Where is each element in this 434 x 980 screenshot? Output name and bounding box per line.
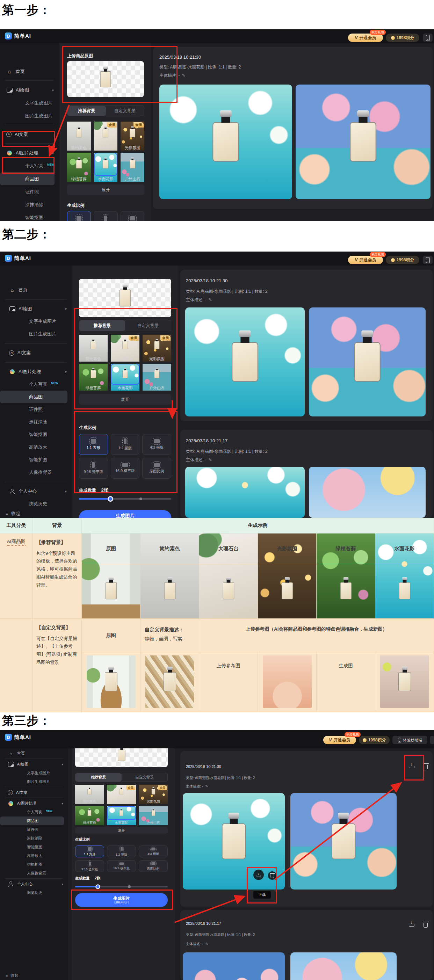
sidebar-item[interactable]: 人像换背景 [0,466,72,479]
background-option[interactable]: 简约素色 [75,785,104,804]
ratio-option[interactable]: 9:16 竖窄版 [75,860,104,872]
sidebar-item[interactable]: 智能抠图 [0,843,68,851]
ratio-option[interactable]: 4:3 横版 [139,845,168,858]
sidebar-item[interactable]: 图片生成图片 [0,777,68,786]
app-logo[interactable]: D 简单AI [5,734,31,741]
background-option[interactable]: 会员 大理石台 [94,122,118,151]
count-slider[interactable] [75,884,168,889]
sidebar-item[interactable]: AI图片处理 ▾ [0,366,72,378]
app-logo[interactable]: D 简单AI [5,32,31,40]
collapse-button[interactable]: ≡ 收起 [0,972,68,979]
ratio-option[interactable]: 1:1 方形 [75,845,104,858]
sidebar-item[interactable]: 文字生成图片 [0,315,72,328]
collapse-button[interactable]: ≡ 收起 [0,510,72,517]
sidebar-item[interactable]: 个人中心 ▾ [0,485,72,498]
background-option[interactable]: 会员 光影氛围 [139,785,168,804]
sidebar-item[interactable]: 商品图 [0,816,64,825]
sidebar-item[interactable]: 文字生成图片 [0,768,68,777]
background-option[interactable]: 会员 光影氛围 [121,122,144,151]
edit-icon[interactable]: ✎ [205,942,208,946]
tab-recommended-background[interactable]: 推荐背景 [75,773,122,781]
mobile-app-button[interactable]: 体验移动端 [393,736,428,744]
ratio-option[interactable]: 1:2 竖版 [107,845,136,858]
tab-recommended-background[interactable]: 推荐背景 [67,106,106,116]
sidebar-item[interactable]: 图片生成图片 [0,109,59,122]
edit-icon[interactable]: ✎ [182,73,185,78]
mobile-app-button[interactable] [423,33,432,42]
ratio-option[interactable]: 1:2 竖版 [94,211,118,221]
sidebar-item[interactable]: 证件照 [0,825,68,834]
sidebar-item[interactable]: AI绘图 ▾ [0,83,59,96]
count-slider[interactable] [79,496,171,502]
sidebar-item[interactable]: AI绘图 ▾ [0,760,68,768]
sidebar-item[interactable]: AI AI文案 [0,347,72,359]
background-option[interactable]: 简约素色 [67,122,91,151]
delete-button[interactable] [423,922,428,928]
sidebar-item[interactable]: 浏览历史 [0,498,72,510]
mobile-app-button[interactable] [423,256,432,264]
sidebar-item[interactable]: 高清放大 [0,851,68,860]
edit-icon[interactable]: ✎ [208,298,212,302]
slider-handle[interactable] [108,496,113,502]
sidebar-item[interactable]: 人像换背景 [0,869,68,878]
generated-image[interactable] [185,307,305,417]
sidebar-item[interactable]: 证件照 [0,185,59,198]
sidebar-item[interactable]: 智能扩图 [0,860,68,869]
background-option[interactable]: 水面花影 [107,806,135,825]
sidebar-item[interactable]: 个人写真 NEW [0,378,72,391]
ratio-option[interactable]: 原图比例 [139,860,168,872]
generated-image[interactable] [296,84,431,199]
points-badge[interactable]: 1998积分 [386,33,419,42]
app-logo[interactable]: D 简单AI [5,255,31,262]
sidebar-item[interactable]: 个人中心 ▾ [0,880,68,888]
points-badge[interactable]: 1998积分 [386,256,419,264]
background-option[interactable]: 水面花影 [94,153,118,182]
edit-icon[interactable]: ✎ [205,784,208,788]
background-option[interactable]: 户外山石 [121,153,144,182]
sidebar-item[interactable]: 智能抠图 [0,211,59,221]
sidebar-item[interactable]: 涂抹消除 [0,416,72,428]
sidebar-item[interactable]: 商品图 [0,391,67,403]
generated-image[interactable] [309,467,426,518]
expand-button[interactable]: 展开 [75,827,168,834]
generated-image[interactable] [290,793,397,889]
tab-custom-background[interactable]: 自定义背景 [106,106,144,116]
sidebar-item[interactable]: ⌂ 首页 [0,749,68,758]
sidebar-item[interactable]: 证件照 [0,403,72,416]
background-option[interactable]: 户外山石 [139,806,168,825]
ratio-option[interactable]: 4:3 横版 [121,211,144,221]
sidebar-item[interactable]: 浏览历史 [0,888,68,897]
sidebar-item[interactable]: 涂抹消除 [0,834,68,843]
background-option[interactable]: 绿植苔藓 [75,806,104,825]
generated-image[interactable] [183,952,285,980]
sidebar-item[interactable]: AI图片处理 ▾ [0,799,68,808]
sidebar-item[interactable]: 个人写真 NEW [0,808,68,816]
sidebar-item[interactable]: ⌂ 首页 [0,65,59,78]
background-option[interactable]: 会员 大理石台 [107,785,135,804]
sidebar-item[interactable]: 智能扩图 [0,453,72,466]
points-badge[interactable]: 1998积分 [359,736,389,744]
sidebar-item[interactable]: AI AI文案 [0,788,68,797]
tab-custom-background[interactable]: 自定义背景 [122,773,168,781]
generate-button[interactable]: 生成图片 （消耗4积分） [79,510,171,518]
download-button[interactable] [409,921,415,927]
ratio-option[interactable]: 16:9 横窄版 [107,860,136,872]
sidebar-item[interactable]: 高清放大 [0,441,72,453]
generated-image[interactable] [159,84,292,199]
generated-image[interactable] [185,467,305,518]
generated-image[interactable] [290,952,397,980]
sidebar-item[interactable]: ⌂ 首页 [0,284,72,296]
sidebar-item[interactable]: 商品图 [0,172,54,185]
ratio-option[interactable]: 1:1 方形 [67,211,91,221]
sidebar-item[interactable]: 文字生成图片 [0,96,59,109]
expand-button[interactable]: 展开 [67,185,144,195]
edit-icon[interactable]: ✎ [208,457,212,462]
sidebar-item[interactable]: AI绘图 ▾ [0,302,72,315]
slider-handle[interactable] [95,884,100,889]
sidebar-item[interactable]: 涂抹消除 [0,198,59,211]
generated-image[interactable] [309,307,426,417]
sidebar-item[interactable]: 智能抠图 [0,428,72,441]
sidebar-item[interactable]: 图片生成图片 [0,328,72,340]
header-button-partial[interactable] [430,736,434,744]
background-option[interactable]: 绿植苔藓 [67,153,91,182]
